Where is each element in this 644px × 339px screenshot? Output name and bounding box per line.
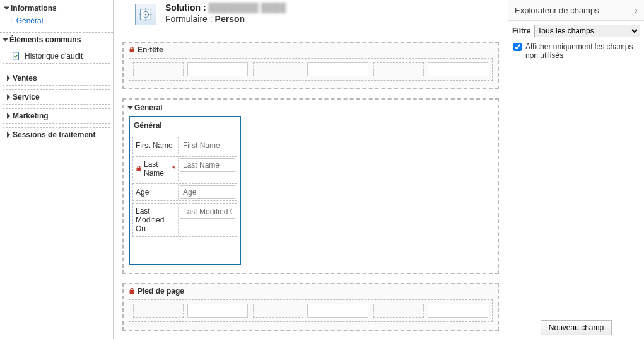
field-explorer-title: Explorateur de champs [515,6,599,15]
sidebar-section-marketing[interactable]: Marketing [3,108,110,124]
chevron-down-icon [127,106,134,110]
sidebar-left: Informations L Général Éléments communs … [0,0,114,339]
subsection-general[interactable]: Général First Name Last Name * Age [129,116,241,265]
chevron-down-icon [3,38,9,42]
field-explorer-filter-row: Filtre Tous les champs [508,21,644,41]
svg-rect-10 [130,290,134,294]
new-field-button[interactable]: Nouveau champ [541,320,612,335]
form-name: Person [215,14,245,24]
svg-point-3 [145,14,147,16]
svg-rect-8 [130,49,134,52]
sidebar-marketing-title: Marketing [13,112,49,120]
sidebar-service-title: Service [13,93,40,101]
header-slot-label-1[interactable] [133,62,184,76]
field-explorer-header[interactable]: Explorateur de champs › [508,0,644,21]
field-last-modified-input[interactable] [180,205,235,219]
subsection-general-title: Général [132,120,237,134]
header-field-slots[interactable] [129,58,493,81]
section-header-title: En-tête [138,45,163,54]
sidebar-sales-title: Ventes [13,74,37,83]
header-slot-value-1[interactable] [187,62,248,76]
document-check-icon [12,52,21,60]
section-footer[interactable]: Pied de page [122,283,499,331]
footer-slot-value-2[interactable] [307,304,368,318]
section-footer-title: Pied de page [138,287,184,296]
field-row-last-modified[interactable]: Last Modified On [132,203,237,237]
sidebar-section-sales[interactable]: Ventes [3,71,110,86]
footer-slot-label-3[interactable] [373,304,424,318]
sidebar-section-information[interactable]: Informations [0,0,113,14]
chevron-down-icon [4,7,10,10]
section-header[interactable]: En-tête [122,42,499,89]
unused-only-label: Afficher uniquement les champs non utili… [525,42,639,60]
solution-line: Solution : ████████ ████ [165,3,286,13]
header-slot-label-3[interactable] [373,62,424,76]
sidebar-item-audit[interactable]: Historique d'audit [3,49,110,64]
solution-label: Solution : [165,3,206,13]
form-label: Formulaire : [165,14,213,24]
svg-rect-9 [137,168,141,171]
solution-name: ████████ ████ [208,3,286,13]
header-slot-value-2[interactable] [307,62,368,76]
lock-icon [136,166,142,172]
page-title-row: Solution : ████████ ████ Formulaire : Pe… [114,0,508,26]
footer-slot-value-1[interactable] [187,304,248,318]
form-canvas[interactable]: En-tête Général Général First Name [122,38,504,335]
field-explorer-body[interactable] [508,60,644,316]
form-entity-icon [135,4,156,25]
sidebar-info-title: Informations [11,4,57,13]
field-first-name-label: First Name [136,141,173,150]
chevron-right-icon: › [635,5,638,15]
sidebar-section-common[interactable]: Éléments communs [0,32,113,47]
form-editor-main: Solution : ████████ ████ Formulaire : Pe… [114,0,508,339]
field-last-name-label: Last Name [144,160,171,178]
chevron-right-icon [7,113,10,119]
field-row-age[interactable]: Age [132,183,237,201]
tab-general-title: Général [134,103,163,112]
header-slot-value-3[interactable] [428,62,488,76]
tab-general[interactable]: Général Général First Name Last Name * [122,98,499,274]
footer-slot-label-2[interactable] [253,304,303,318]
sidebar-link-general[interactable]: L Général [0,14,113,28]
field-age-input[interactable] [180,185,235,199]
tree-prefix-icon: L [10,16,15,25]
field-age-label: Age [136,188,149,197]
required-indicator: * [172,164,175,173]
lock-icon [129,47,135,53]
field-row-last-name[interactable]: Last Name * [132,156,237,181]
footer-slot-value-3[interactable] [428,304,488,318]
unused-only-checkbox[interactable] [513,43,522,51]
lock-icon [129,288,135,294]
field-first-name-input[interactable] [180,139,235,152]
footer-slot-label-1[interactable] [133,304,184,318]
footer-field-slots[interactable] [129,299,493,322]
filter-label: Filtre [512,26,530,35]
sidebar-sessions-title: Sessions de traitement [13,130,95,139]
sidebar-common-title: Éléments communs [9,35,81,44]
header-slot-label-2[interactable] [253,62,303,76]
chevron-right-icon [7,132,10,138]
field-last-modified-label: Last Modified On [136,207,175,233]
chevron-right-icon [7,75,10,81]
chevron-right-icon [7,94,10,100]
field-row-first-name[interactable]: First Name [132,137,237,154]
sidebar-link-general-label: Général [16,16,44,25]
sidebar-section-service[interactable]: Service [3,89,110,105]
field-explorer: Explorateur de champs › Filtre Tous les … [508,0,644,339]
sidebar-section-sessions[interactable]: Sessions de traitement [3,127,110,142]
form-line: Formulaire : Person [165,14,286,24]
filter-select[interactable]: Tous les champs [534,25,640,37]
field-last-name-input[interactable] [180,158,235,172]
sidebar-item-audit-label: Historique d'audit [25,52,83,60]
